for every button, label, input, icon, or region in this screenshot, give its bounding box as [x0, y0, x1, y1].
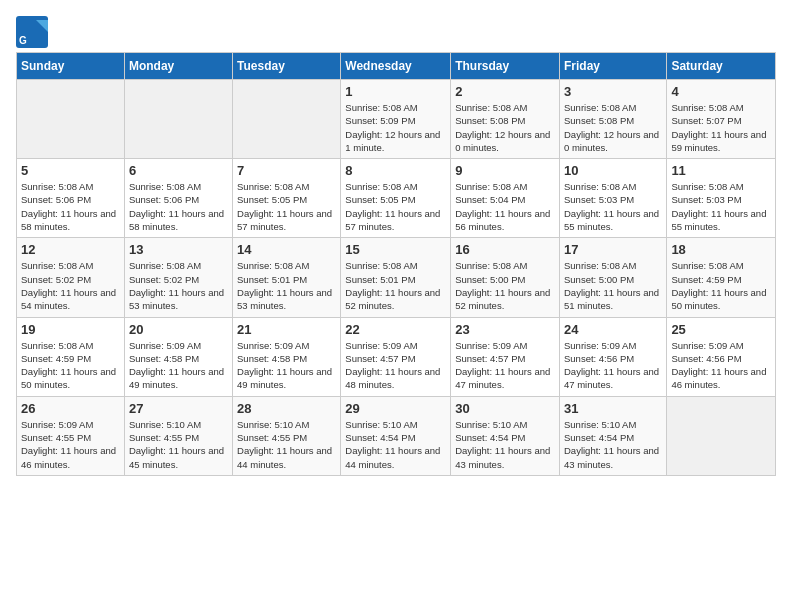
calendar-cell: 9Sunrise: 5:08 AMSunset: 5:04 PMDaylight… [451, 159, 560, 238]
day-number: 13 [129, 242, 228, 257]
calendar-week-1: 1Sunrise: 5:08 AMSunset: 5:09 PMDaylight… [17, 80, 776, 159]
calendar-cell: 8Sunrise: 5:08 AMSunset: 5:05 PMDaylight… [341, 159, 451, 238]
cell-content: Sunrise: 5:08 AMSunset: 5:05 PMDaylight:… [237, 180, 336, 233]
calendar-cell: 17Sunrise: 5:08 AMSunset: 5:00 PMDayligh… [559, 238, 666, 317]
day-number: 26 [21, 401, 120, 416]
cell-content: Sunrise: 5:09 AMSunset: 4:55 PMDaylight:… [21, 418, 120, 471]
calendar-cell: 31Sunrise: 5:10 AMSunset: 4:54 PMDayligh… [559, 396, 666, 475]
cell-content: Sunrise: 5:08 AMSunset: 5:02 PMDaylight:… [129, 259, 228, 312]
day-number: 1 [345, 84, 446, 99]
cell-content: Sunrise: 5:08 AMSunset: 5:01 PMDaylight:… [345, 259, 446, 312]
cell-content: Sunrise: 5:08 AMSunset: 4:59 PMDaylight:… [671, 259, 771, 312]
day-number: 28 [237, 401, 336, 416]
day-number: 30 [455, 401, 555, 416]
day-number: 25 [671, 322, 771, 337]
weekday-header-saturday: Saturday [667, 53, 776, 80]
day-number: 14 [237, 242, 336, 257]
day-number: 8 [345, 163, 446, 178]
cell-content: Sunrise: 5:08 AMSunset: 5:00 PMDaylight:… [455, 259, 555, 312]
day-number: 21 [237, 322, 336, 337]
day-number: 29 [345, 401, 446, 416]
cell-content: Sunrise: 5:09 AMSunset: 4:56 PMDaylight:… [671, 339, 771, 392]
calendar-cell: 16Sunrise: 5:08 AMSunset: 5:00 PMDayligh… [451, 238, 560, 317]
cell-content: Sunrise: 5:09 AMSunset: 4:58 PMDaylight:… [129, 339, 228, 392]
calendar-cell: 1Sunrise: 5:08 AMSunset: 5:09 PMDaylight… [341, 80, 451, 159]
calendar-cell: 18Sunrise: 5:08 AMSunset: 4:59 PMDayligh… [667, 238, 776, 317]
calendar-cell: 30Sunrise: 5:10 AMSunset: 4:54 PMDayligh… [451, 396, 560, 475]
day-number: 23 [455, 322, 555, 337]
cell-content: Sunrise: 5:09 AMSunset: 4:58 PMDaylight:… [237, 339, 336, 392]
cell-content: Sunrise: 5:08 AMSunset: 4:59 PMDaylight:… [21, 339, 120, 392]
weekday-header-wednesday: Wednesday [341, 53, 451, 80]
cell-content: Sunrise: 5:09 AMSunset: 4:57 PMDaylight:… [455, 339, 555, 392]
calendar-cell: 13Sunrise: 5:08 AMSunset: 5:02 PMDayligh… [124, 238, 232, 317]
calendar-cell: 22Sunrise: 5:09 AMSunset: 4:57 PMDayligh… [341, 317, 451, 396]
cell-content: Sunrise: 5:08 AMSunset: 5:03 PMDaylight:… [564, 180, 662, 233]
calendar-cell: 19Sunrise: 5:08 AMSunset: 4:59 PMDayligh… [17, 317, 125, 396]
logo: G [16, 16, 48, 44]
cell-content: Sunrise: 5:10 AMSunset: 4:55 PMDaylight:… [237, 418, 336, 471]
calendar-cell: 27Sunrise: 5:10 AMSunset: 4:55 PMDayligh… [124, 396, 232, 475]
weekday-header-sunday: Sunday [17, 53, 125, 80]
day-number: 10 [564, 163, 662, 178]
weekday-header-monday: Monday [124, 53, 232, 80]
calendar-cell: 28Sunrise: 5:10 AMSunset: 4:55 PMDayligh… [233, 396, 341, 475]
cell-content: Sunrise: 5:10 AMSunset: 4:54 PMDaylight:… [455, 418, 555, 471]
calendar-cell [233, 80, 341, 159]
calendar-week-4: 19Sunrise: 5:08 AMSunset: 4:59 PMDayligh… [17, 317, 776, 396]
calendar-cell: 15Sunrise: 5:08 AMSunset: 5:01 PMDayligh… [341, 238, 451, 317]
cell-content: Sunrise: 5:08 AMSunset: 5:06 PMDaylight:… [129, 180, 228, 233]
day-number: 15 [345, 242, 446, 257]
cell-content: Sunrise: 5:08 AMSunset: 5:06 PMDaylight:… [21, 180, 120, 233]
calendar-cell: 12Sunrise: 5:08 AMSunset: 5:02 PMDayligh… [17, 238, 125, 317]
day-number: 27 [129, 401, 228, 416]
calendar-cell: 4Sunrise: 5:08 AMSunset: 5:07 PMDaylight… [667, 80, 776, 159]
calendar-cell: 23Sunrise: 5:09 AMSunset: 4:57 PMDayligh… [451, 317, 560, 396]
cell-content: Sunrise: 5:09 AMSunset: 4:56 PMDaylight:… [564, 339, 662, 392]
cell-content: Sunrise: 5:08 AMSunset: 5:07 PMDaylight:… [671, 101, 771, 154]
calendar-cell: 2Sunrise: 5:08 AMSunset: 5:08 PMDaylight… [451, 80, 560, 159]
cell-content: Sunrise: 5:10 AMSunset: 4:55 PMDaylight:… [129, 418, 228, 471]
calendar-cell: 20Sunrise: 5:09 AMSunset: 4:58 PMDayligh… [124, 317, 232, 396]
page-header: G [16, 16, 776, 44]
day-number: 31 [564, 401, 662, 416]
cell-content: Sunrise: 5:08 AMSunset: 5:01 PMDaylight:… [237, 259, 336, 312]
day-number: 11 [671, 163, 771, 178]
calendar-cell: 10Sunrise: 5:08 AMSunset: 5:03 PMDayligh… [559, 159, 666, 238]
day-number: 12 [21, 242, 120, 257]
calendar-table: SundayMondayTuesdayWednesdayThursdayFrid… [16, 52, 776, 476]
calendar-cell [124, 80, 232, 159]
cell-content: Sunrise: 5:08 AMSunset: 5:00 PMDaylight:… [564, 259, 662, 312]
calendar-cell: 29Sunrise: 5:10 AMSunset: 4:54 PMDayligh… [341, 396, 451, 475]
calendar-cell: 21Sunrise: 5:09 AMSunset: 4:58 PMDayligh… [233, 317, 341, 396]
calendar-cell [667, 396, 776, 475]
calendar-cell: 7Sunrise: 5:08 AMSunset: 5:05 PMDaylight… [233, 159, 341, 238]
day-number: 16 [455, 242, 555, 257]
day-number: 19 [21, 322, 120, 337]
calendar-week-3: 12Sunrise: 5:08 AMSunset: 5:02 PMDayligh… [17, 238, 776, 317]
cell-content: Sunrise: 5:10 AMSunset: 4:54 PMDaylight:… [345, 418, 446, 471]
cell-content: Sunrise: 5:08 AMSunset: 5:04 PMDaylight:… [455, 180, 555, 233]
cell-content: Sunrise: 5:09 AMSunset: 4:57 PMDaylight:… [345, 339, 446, 392]
cell-content: Sunrise: 5:10 AMSunset: 4:54 PMDaylight:… [564, 418, 662, 471]
calendar-week-5: 26Sunrise: 5:09 AMSunset: 4:55 PMDayligh… [17, 396, 776, 475]
day-number: 17 [564, 242, 662, 257]
day-number: 5 [21, 163, 120, 178]
day-number: 2 [455, 84, 555, 99]
day-number: 24 [564, 322, 662, 337]
calendar-cell: 11Sunrise: 5:08 AMSunset: 5:03 PMDayligh… [667, 159, 776, 238]
calendar-cell: 3Sunrise: 5:08 AMSunset: 5:08 PMDaylight… [559, 80, 666, 159]
logo-icon: G [16, 16, 44, 44]
cell-content: Sunrise: 5:08 AMSunset: 5:08 PMDaylight:… [564, 101, 662, 154]
day-number: 22 [345, 322, 446, 337]
cell-content: Sunrise: 5:08 AMSunset: 5:08 PMDaylight:… [455, 101, 555, 154]
calendar-cell: 6Sunrise: 5:08 AMSunset: 5:06 PMDaylight… [124, 159, 232, 238]
cell-content: Sunrise: 5:08 AMSunset: 5:03 PMDaylight:… [671, 180, 771, 233]
day-number: 9 [455, 163, 555, 178]
svg-text:G: G [19, 35, 27, 46]
day-number: 18 [671, 242, 771, 257]
day-number: 20 [129, 322, 228, 337]
cell-content: Sunrise: 5:08 AMSunset: 5:09 PMDaylight:… [345, 101, 446, 154]
day-number: 4 [671, 84, 771, 99]
calendar-cell: 14Sunrise: 5:08 AMSunset: 5:01 PMDayligh… [233, 238, 341, 317]
